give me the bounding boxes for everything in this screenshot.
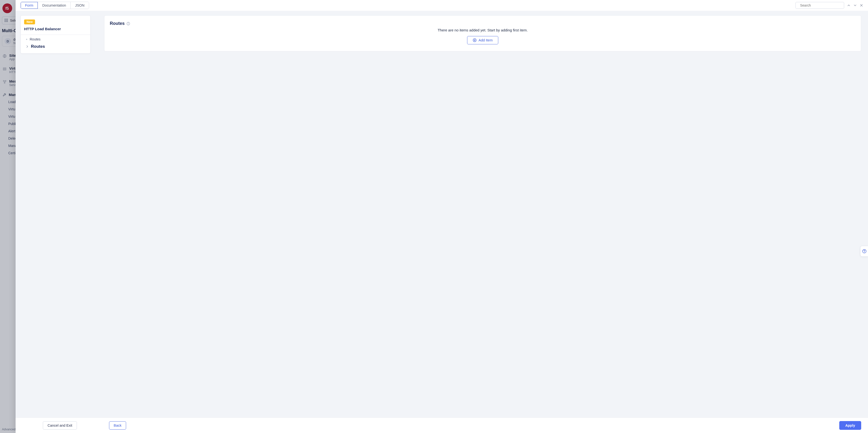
info-icon[interactable]: [127, 22, 130, 25]
chevron-up-icon: [847, 4, 850, 7]
search-input[interactable]: [800, 3, 843, 7]
tab-documentation[interactable]: Documentation: [38, 2, 71, 9]
modal-footer: Cancel and Exit Back Apply: [16, 417, 868, 433]
search-group: [796, 2, 864, 9]
chevron-right-icon: [26, 45, 29, 48]
search-close-button[interactable]: [859, 3, 864, 8]
view-tabs: Form Documentation JSON: [21, 2, 89, 9]
routes-panel: Routes There are no items added yet. Sta…: [104, 16, 861, 51]
empty-state-text: There are no items added yet. Start by a…: [110, 26, 856, 36]
add-item-button[interactable]: Add Item: [467, 36, 498, 45]
modal-topbar: Form Documentation JSON: [16, 0, 868, 11]
help-floating-button[interactable]: [860, 246, 868, 257]
bullet-icon: [26, 39, 27, 40]
panel-heading-row: Routes: [110, 21, 856, 26]
new-badge: New: [24, 20, 35, 24]
back-button[interactable]: Back: [109, 421, 126, 430]
svg-point-24: [864, 252, 865, 253]
search-box[interactable]: [796, 2, 844, 9]
search-next-button[interactable]: [852, 3, 858, 8]
add-item-label: Add Item: [478, 38, 493, 42]
plus-circle-icon: [473, 38, 476, 42]
chevron-down-icon: [854, 4, 857, 7]
tab-form[interactable]: Form: [21, 2, 38, 9]
cancel-and-exit-button[interactable]: Cancel and Exit: [43, 421, 77, 430]
svg-point-21: [128, 23, 128, 23]
svg-point-23: [862, 249, 866, 253]
svg-rect-20: [128, 23, 128, 24]
tree-node-label: Routes: [30, 37, 40, 41]
help-icon: [862, 249, 867, 253]
form-title: HTTP Load Balancer: [21, 26, 90, 35]
tree-node-routes[interactable]: Routes: [21, 35, 90, 42]
modal-body: New HTTP Load Balancer Routes Routes: [16, 11, 868, 417]
tree-leaf-label: Routes: [31, 44, 45, 49]
form-tree-card: New HTTP Load Balancer Routes Routes: [21, 16, 91, 54]
search-prev-button[interactable]: [846, 3, 851, 8]
form-main: Routes There are no items added yet. Sta…: [91, 11, 868, 417]
form-tree-panel: New HTTP Load Balancer Routes Routes: [16, 11, 91, 417]
apply-button[interactable]: Apply: [839, 421, 861, 430]
panel-heading: Routes: [110, 21, 125, 26]
form-modal: Form Documentation JSON: [16, 0, 868, 433]
close-icon: [860, 4, 863, 7]
tree-leaf-routes[interactable]: Routes: [21, 42, 90, 53]
tab-json[interactable]: JSON: [70, 2, 89, 9]
